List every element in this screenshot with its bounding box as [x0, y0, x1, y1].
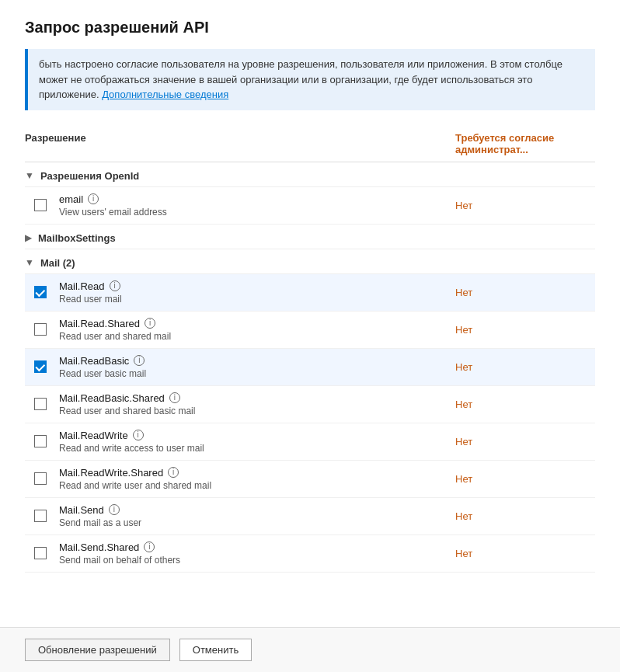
permission-info-mail-readwrite: Mail.ReadWrite i Read and write access t… — [56, 430, 455, 454]
checkbox-cell-mail-read — [25, 286, 56, 298]
permission-name-mail-read-shared: Mail.Read.Shared i — [59, 318, 455, 329]
permission-info-email: email i View users' email address — [56, 193, 455, 218]
permission-info-mail-read: Mail.Read i Read user mail — [56, 280, 455, 305]
permission-desc-mail-send: Send mail as a user — [59, 517, 455, 528]
checkbox-mail-readwrite-shared[interactable] — [34, 472, 47, 485]
checkbox-cell-mail-readwrite — [25, 435, 56, 447]
permission-row-mail-send: Mail.Send i Send mail as a user Нет — [25, 498, 595, 535]
checkbox-mail-readwrite[interactable] — [34, 435, 47, 447]
page-title: Запрос разрешений API — [25, 19, 595, 37]
permission-name-mail-send-shared: Mail.Send.Shared i — [59, 541, 455, 553]
cancel-button[interactable]: Отменить — [179, 639, 252, 661]
table-header: Разрешение Требуется согласие администра… — [25, 126, 595, 162]
admin-col-mail-send-shared: Нет — [455, 548, 595, 559]
admin-col-mail-read: Нет — [455, 287, 595, 298]
permission-row-mail-send-shared: Mail.Send.Shared i Send mail on behalf o… — [25, 535, 595, 573]
permission-row-mail-readbasic: Mail.ReadBasic i Read user basic mail Не… — [25, 349, 595, 386]
checkbox-mail-read[interactable] — [34, 286, 47, 298]
permission-name-mail-send: Mail.Send i — [59, 504, 455, 516]
admin-col-mail-readwrite: Нет — [455, 436, 595, 447]
info-banner: быть настроено согласие пользователя на … — [25, 49, 595, 110]
permission-info-mail-read-shared: Mail.Read.Shared i Read user and shared … — [56, 318, 455, 342]
permission-info-mail-readbasic: Mail.ReadBasic i Read user basic mail — [56, 355, 455, 379]
checkbox-cell-mail-send-shared — [25, 547, 56, 559]
permission-desc-mail-readbasic: Read user basic mail — [59, 368, 455, 379]
info-icon-mail-readbasic-shared[interactable]: i — [169, 392, 180, 403]
banner-link[interactable]: Дополнительные сведения — [102, 89, 228, 100]
permission-desc-mail-read-shared: Read user and shared mail — [59, 331, 455, 342]
info-icon-mail-readwrite[interactable]: i — [133, 430, 144, 440]
section-mailboxsettings-title: MailboxSettings — [38, 232, 116, 244]
admin-col-mail-readbasic: Нет — [455, 361, 595, 373]
checkbox-mail-send[interactable] — [34, 510, 47, 522]
permission-row-mail-readwrite: Mail.ReadWrite i Read and write access t… — [25, 423, 595, 461]
admin-col-mail-readwrite-shared: Нет — [455, 473, 595, 485]
info-icon-mail-read-shared[interactable]: i — [145, 318, 155, 329]
permission-row-mail-readwrite-shared: Mail.ReadWrite.Shared i Read and write u… — [25, 461, 595, 498]
permission-desc-email: View users' email address — [59, 207, 455, 218]
permission-name-email: email i — [59, 193, 455, 205]
admin-col-email: Нет — [455, 200, 595, 211]
info-icon-mail-send[interactable]: i — [109, 504, 120, 515]
permission-desc-mail-readwrite-shared: Read and write user and shared mail — [59, 480, 455, 491]
permission-desc-mail-readwrite: Read and write access to user mail — [59, 443, 455, 454]
info-icon-mail-readwrite-shared[interactable]: i — [168, 467, 179, 478]
section-mail[interactable]: ▼ Mail (2) — [25, 249, 595, 274]
info-icon-email[interactable]: i — [88, 193, 99, 204]
checkbox-email[interactable] — [34, 199, 47, 211]
section-openid[interactable]: ▼ Разрешения OpenId — [25, 162, 595, 187]
chevron-mail-icon: ▼ — [25, 257, 34, 268]
permission-row-mail-readbasic-shared: Mail.ReadBasic.Shared i Read user and sh… — [25, 386, 595, 423]
chevron-openid-icon: ▼ — [25, 170, 34, 181]
chevron-mailboxsettings-icon: ▶ — [25, 232, 32, 243]
checkbox-cell-mail-readbasic — [25, 360, 56, 373]
page-container: Запрос разрешений API быть настроено сог… — [0, 0, 620, 619]
admin-col-mail-read-shared: Нет — [455, 324, 595, 336]
permission-desc-mail-read: Read user mail — [59, 294, 455, 305]
permission-name-mail-readwrite-shared: Mail.ReadWrite.Shared i — [59, 467, 455, 479]
permission-info-mail-readbasic-shared: Mail.ReadBasic.Shared i Read user and sh… — [56, 392, 455, 416]
checkbox-cell-mail-read-shared — [25, 323, 56, 336]
admin-col-mail-send: Нет — [455, 510, 595, 522]
checkbox-cell-mail-readbasic-shared — [25, 398, 56, 410]
permission-row-mail-read-shared: Mail.Read.Shared i Read user and shared … — [25, 312, 595, 349]
info-icon-mail-read[interactable]: i — [110, 280, 120, 291]
checkbox-mail-readbasic-shared[interactable] — [34, 398, 47, 410]
permission-name-mail-readbasic: Mail.ReadBasic i — [59, 355, 455, 367]
checkbox-cell-email — [25, 199, 56, 211]
info-icon-mail-send-shared[interactable]: i — [144, 541, 155, 552]
checkbox-mail-send-shared[interactable] — [34, 547, 47, 559]
section-openid-title: Разрешения OpenId — [40, 170, 139, 182]
section-mail-title: Mail (2) — [40, 257, 75, 269]
permission-info-mail-readwrite-shared: Mail.ReadWrite.Shared i Read and write u… — [56, 467, 455, 491]
permission-info-mail-send-shared: Mail.Send.Shared i Send mail on behalf o… — [56, 541, 455, 566]
permission-name-mail-readwrite: Mail.ReadWrite i — [59, 430, 455, 441]
update-button[interactable]: Обновление разрешений — [25, 639, 170, 661]
permission-name-mail-read: Mail.Read i — [59, 280, 455, 292]
col-permission-header: Разрешение — [25, 132, 455, 155]
bottom-bar: Обновление разрешений Отменить — [0, 627, 620, 672]
permission-row-email: email i View users' email address Нет — [25, 187, 595, 225]
checkbox-cell-mail-readwrite-shared — [25, 472, 56, 485]
admin-col-mail-readbasic-shared: Нет — [455, 399, 595, 410]
checkbox-cell-mail-send — [25, 510, 56, 522]
checkbox-mail-readbasic[interactable] — [34, 360, 47, 373]
permission-info-mail-send: Mail.Send i Send mail as a user — [56, 504, 455, 528]
col-admin-header: Требуется согласие администрат... — [455, 132, 595, 155]
info-icon-mail-readbasic[interactable]: i — [134, 355, 145, 366]
permission-desc-mail-send-shared: Send mail on behalf of others — [59, 555, 455, 566]
permission-name-mail-readbasic-shared: Mail.ReadBasic.Shared i — [59, 392, 455, 404]
permission-desc-mail-readbasic-shared: Read user and shared basic mail — [59, 406, 455, 416]
checkbox-mail-read-shared[interactable] — [34, 323, 47, 336]
section-mailboxsettings[interactable]: ▶ MailboxSettings — [25, 225, 595, 249]
permission-row-mail-read: Mail.Read i Read user mail Нет — [25, 274, 595, 312]
